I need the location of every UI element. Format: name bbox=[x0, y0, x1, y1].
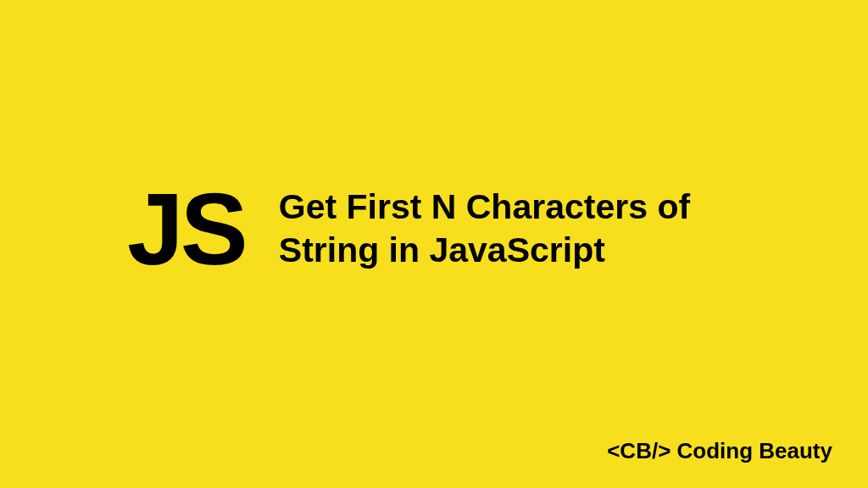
article-title: Get First N Characters of String in Java… bbox=[279, 186, 690, 273]
title-line-2: String in JavaScript bbox=[279, 229, 690, 272]
brand-footer: <CB/> Coding Beauty bbox=[607, 438, 832, 464]
main-content: JS Get First N Characters of String in J… bbox=[127, 178, 817, 280]
js-logo: JS bbox=[127, 178, 245, 280]
title-line-1: Get First N Characters of bbox=[279, 186, 690, 229]
